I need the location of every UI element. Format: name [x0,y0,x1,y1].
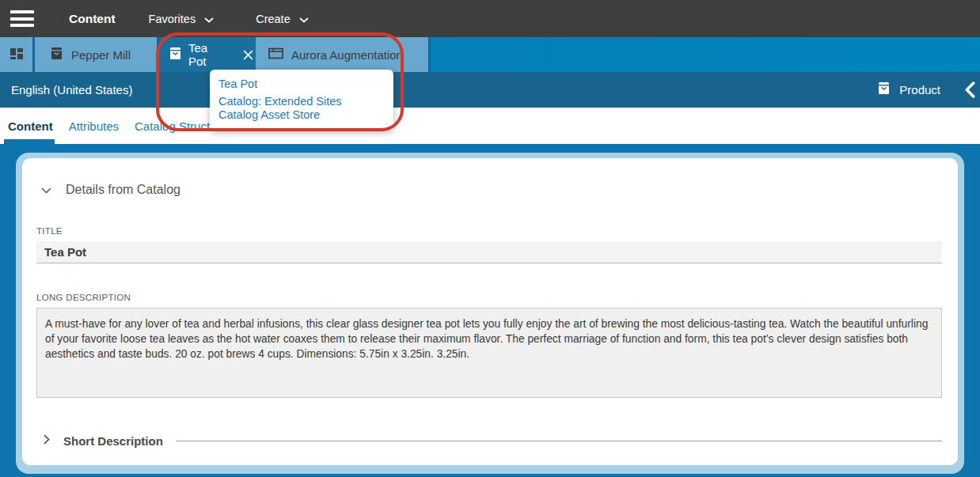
tab-dashboard[interactable] [0,37,32,72]
close-icon[interactable] [241,47,256,62]
section-title: Details from Catalog [66,183,180,197]
favorites-menu[interactable]: Favorites [149,13,215,25]
tooltip-catalog-line: Catalog Asset Store [218,108,384,122]
details-card: Details from Catalog TITLE Tea Pot LONG … [22,158,958,465]
catalog-icon [268,47,283,62]
chevron-down-icon [204,13,214,25]
product-icon [51,47,63,62]
favorites-label: Favorites [149,13,196,25]
long-description-field[interactable]: A must-have for any lover of tea and her… [36,308,942,398]
locale-label: English (United States) [11,83,132,97]
long-description-field-label: LONG DESCRIPTION [36,293,942,302]
tab-label: Pepper Mill [71,48,131,62]
detail-sub-tabs: Content Attributes Catalog Structure [0,108,980,144]
tab-content[interactable]: Content [8,119,53,133]
product-icon [878,81,890,98]
dashboard-icon [9,47,24,63]
open-items-tab-strip: Pepper Mill Tea Pot Aurora Augmentation [0,37,980,72]
tooltip-title: Tea Pot [218,76,384,92]
section-title: Short Description [63,434,163,448]
tab-divider [428,37,431,72]
tab-label: Aurora Augmentation [291,48,403,62]
tooltip-catalog-line: Catalog: Extended Sites [218,95,384,108]
chevron-down-icon [41,183,51,197]
product-icon [169,47,181,62]
chevron-right-icon [44,433,50,448]
details-from-catalog-section-header[interactable]: Details from Catalog [36,183,942,197]
top-bar: Content Favorites Create [0,0,980,37]
tab-aurora-augmentation[interactable]: Aurora Augmentation [256,37,428,72]
entity-type-label: Product [899,83,940,97]
tab-attributes[interactable]: Attributes [69,119,119,133]
chevron-left-icon[interactable] [963,80,977,100]
title-field[interactable]: Tea Pot [36,241,942,263]
card-focus-ring: Details from Catalog TITLE Tea Pot LONG … [16,153,964,474]
chevron-down-icon [299,13,309,25]
tab-tooltip: Tea Pot Catalog: Extended Sites Catalog … [210,70,393,130]
create-label: Create [256,13,291,25]
section-divider-line [177,441,942,441]
content-area: Details from Catalog TITLE Tea Pot LONG … [0,144,980,477]
short-description-section-header[interactable]: Short Description [36,433,942,448]
tab-tea-pot-active[interactable]: Tea Pot [159,37,256,72]
hamburger-menu-icon[interactable] [10,10,34,27]
app-title: Content [69,12,116,26]
tab-label: Tea Pot [188,41,228,68]
title-field-label: TITLE [36,226,942,236]
locale-bar: English (United States) Product [0,72,980,108]
tab-pepper-mill[interactable]: Pepper Mill [35,37,157,72]
create-menu[interactable]: Create [256,13,309,25]
